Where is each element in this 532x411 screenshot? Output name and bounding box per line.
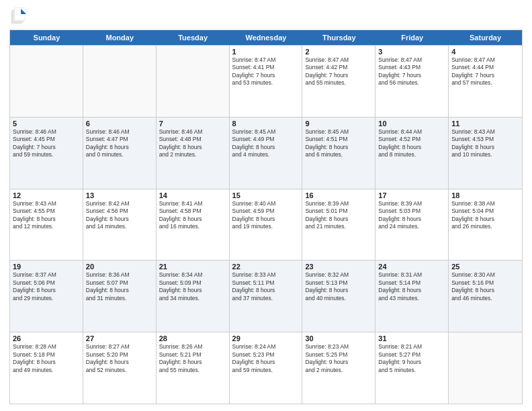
day-info: Sunrise: 8:47 AM Sunset: 4:44 PM Dayligh…: [451, 56, 519, 87]
calendar-cell: 11Sunrise: 8:43 AM Sunset: 4:53 PM Dayli…: [449, 118, 522, 189]
day-info: Sunrise: 8:32 AM Sunset: 5:13 PM Dayligh…: [305, 271, 372, 302]
day-number: 15: [232, 191, 300, 199]
calendar-cell: 15Sunrise: 8:40 AM Sunset: 4:59 PM Dayli…: [230, 189, 303, 261]
day-info: Sunrise: 8:47 AM Sunset: 4:42 PM Dayligh…: [305, 56, 372, 87]
day-info: Sunrise: 8:31 AM Sunset: 5:14 PM Dayligh…: [378, 271, 445, 302]
day-info: Sunrise: 8:37 AM Sunset: 5:06 PM Dayligh…: [13, 271, 80, 302]
day-info: Sunrise: 8:30 AM Sunset: 5:16 PM Dayligh…: [451, 271, 519, 302]
day-number: 30: [305, 334, 372, 342]
day-number: 26: [13, 334, 80, 342]
day-info: Sunrise: 8:43 AM Sunset: 4:53 PM Dayligh…: [451, 128, 519, 159]
calendar-week: 1Sunrise: 8:47 AM Sunset: 4:41 PM Daylig…: [10, 45, 522, 117]
day-number: 18: [451, 191, 519, 199]
day-number: 2: [305, 48, 372, 56]
calendar-week: 5Sunrise: 8:46 AM Sunset: 4:45 PM Daylig…: [10, 117, 522, 189]
day-number: 21: [159, 263, 226, 271]
calendar-cell: 6Sunrise: 8:46 AM Sunset: 4:47 PM Daylig…: [83, 118, 157, 189]
day-number: 6: [86, 120, 153, 128]
calendar-cell: 29Sunrise: 8:24 AM Sunset: 5:23 PM Dayli…: [230, 332, 303, 404]
calendar-cell: 13Sunrise: 8:42 AM Sunset: 4:56 PM Dayli…: [83, 189, 157, 261]
day-info: Sunrise: 8:24 AM Sunset: 5:23 PM Dayligh…: [232, 343, 300, 374]
day-number: 8: [232, 120, 300, 128]
calendar-cell: 7Sunrise: 8:46 AM Sunset: 4:48 PM Daylig…: [157, 118, 230, 189]
calendar-cell: 10Sunrise: 8:44 AM Sunset: 4:52 PM Dayli…: [375, 118, 449, 189]
day-info: Sunrise: 8:47 AM Sunset: 4:41 PM Dayligh…: [232, 56, 300, 87]
calendar-cell: 12Sunrise: 8:43 AM Sunset: 4:55 PM Dayli…: [10, 189, 83, 261]
day-number: 31: [378, 334, 445, 342]
calendar-cell: 16Sunrise: 8:39 AM Sunset: 5:01 PM Dayli…: [302, 189, 375, 261]
calendar-week: 26Sunrise: 8:28 AM Sunset: 5:18 PM Dayli…: [10, 332, 522, 404]
day-info: Sunrise: 8:34 AM Sunset: 5:09 PM Dayligh…: [159, 271, 226, 302]
weekday-header: Saturday: [449, 30, 522, 45]
logo: [9, 7, 31, 26]
day-number: 17: [378, 191, 445, 199]
calendar-cell: 25Sunrise: 8:30 AM Sunset: 5:16 PM Dayli…: [449, 261, 522, 332]
weekday-header: Monday: [83, 30, 157, 45]
calendar-week: 19Sunrise: 8:37 AM Sunset: 5:06 PM Dayli…: [10, 260, 522, 332]
day-info: Sunrise: 8:46 AM Sunset: 4:47 PM Dayligh…: [86, 128, 153, 159]
calendar-cell: 14Sunrise: 8:41 AM Sunset: 4:58 PM Dayli…: [157, 189, 230, 261]
day-number: 16: [305, 191, 372, 199]
weekday-header: Friday: [375, 30, 449, 45]
weekday-header: Wednesday: [230, 30, 303, 45]
day-info: Sunrise: 8:39 AM Sunset: 5:01 PM Dayligh…: [305, 200, 372, 231]
calendar-header: SundayMondayTuesdayWednesdayThursdayFrid…: [10, 30, 522, 45]
calendar-cell: 26Sunrise: 8:28 AM Sunset: 5:18 PM Dayli…: [10, 332, 83, 404]
calendar: SundayMondayTuesdayWednesdayThursdayFrid…: [9, 30, 523, 404]
day-number: 9: [305, 120, 372, 128]
calendar-cell: [10, 46, 83, 117]
day-info: Sunrise: 8:27 AM Sunset: 5:20 PM Dayligh…: [86, 343, 153, 374]
calendar-cell: 9Sunrise: 8:45 AM Sunset: 4:51 PM Daylig…: [302, 118, 375, 189]
day-info: Sunrise: 8:46 AM Sunset: 4:48 PM Dayligh…: [159, 128, 226, 159]
day-number: 22: [232, 263, 300, 271]
day-info: Sunrise: 8:39 AM Sunset: 5:03 PM Dayligh…: [378, 200, 445, 231]
day-number: 3: [378, 48, 445, 56]
calendar-cell: 3Sunrise: 8:47 AM Sunset: 4:43 PM Daylig…: [375, 46, 449, 117]
day-number: 29: [232, 334, 300, 342]
day-info: Sunrise: 8:38 AM Sunset: 5:04 PM Dayligh…: [451, 200, 519, 231]
calendar-cell: [157, 46, 230, 117]
calendar-cell: 5Sunrise: 8:46 AM Sunset: 4:45 PM Daylig…: [10, 118, 83, 189]
weekday-header: Sunday: [10, 30, 83, 45]
calendar-cell: 2Sunrise: 8:47 AM Sunset: 4:42 PM Daylig…: [302, 46, 375, 117]
day-info: Sunrise: 8:45 AM Sunset: 4:51 PM Dayligh…: [305, 128, 372, 159]
day-info: Sunrise: 8:40 AM Sunset: 4:59 PM Dayligh…: [232, 200, 300, 231]
calendar-cell: 18Sunrise: 8:38 AM Sunset: 5:04 PM Dayli…: [449, 189, 522, 261]
day-number: 20: [86, 263, 153, 271]
day-number: 24: [378, 263, 445, 271]
logo-icon: [9, 7, 28, 26]
day-info: Sunrise: 8:33 AM Sunset: 5:11 PM Dayligh…: [232, 271, 300, 302]
day-number: 7: [159, 120, 226, 128]
calendar-cell: 27Sunrise: 8:27 AM Sunset: 5:20 PM Dayli…: [83, 332, 157, 404]
calendar-week: 12Sunrise: 8:43 AM Sunset: 4:55 PM Dayli…: [10, 189, 522, 261]
day-number: 19: [13, 263, 80, 271]
calendar-cell: 8Sunrise: 8:45 AM Sunset: 4:49 PM Daylig…: [230, 118, 303, 189]
day-info: Sunrise: 8:43 AM Sunset: 4:55 PM Dayligh…: [13, 200, 80, 231]
calendar-cell: [83, 46, 157, 117]
day-number: 10: [378, 120, 445, 128]
day-info: Sunrise: 8:23 AM Sunset: 5:25 PM Dayligh…: [305, 343, 372, 374]
calendar-cell: 22Sunrise: 8:33 AM Sunset: 5:11 PM Dayli…: [230, 261, 303, 332]
day-number: 25: [451, 263, 519, 271]
day-number: 11: [451, 120, 519, 128]
day-info: Sunrise: 8:44 AM Sunset: 4:52 PM Dayligh…: [378, 128, 445, 159]
calendar-cell: 17Sunrise: 8:39 AM Sunset: 5:03 PM Dayli…: [375, 189, 449, 261]
day-number: 14: [159, 191, 226, 199]
weekday-header: Thursday: [302, 30, 375, 45]
day-number: 27: [86, 334, 153, 342]
day-number: 23: [305, 263, 372, 271]
calendar-cell: 30Sunrise: 8:23 AM Sunset: 5:25 PM Dayli…: [302, 332, 375, 404]
calendar-cell: 19Sunrise: 8:37 AM Sunset: 5:06 PM Dayli…: [10, 261, 83, 332]
day-info: Sunrise: 8:36 AM Sunset: 5:07 PM Dayligh…: [86, 271, 153, 302]
calendar-cell: 21Sunrise: 8:34 AM Sunset: 5:09 PM Dayli…: [157, 261, 230, 332]
calendar-cell: 24Sunrise: 8:31 AM Sunset: 5:14 PM Dayli…: [375, 261, 449, 332]
day-info: Sunrise: 8:41 AM Sunset: 4:58 PM Dayligh…: [159, 200, 226, 231]
day-info: Sunrise: 8:46 AM Sunset: 4:45 PM Dayligh…: [13, 128, 80, 159]
day-info: Sunrise: 8:42 AM Sunset: 4:56 PM Dayligh…: [86, 200, 153, 231]
calendar-cell: 20Sunrise: 8:36 AM Sunset: 5:07 PM Dayli…: [83, 261, 157, 332]
day-info: Sunrise: 8:21 AM Sunset: 5:27 PM Dayligh…: [378, 343, 445, 374]
weekday-header: Tuesday: [157, 30, 230, 45]
day-number: 12: [13, 191, 80, 199]
calendar-body: 1Sunrise: 8:47 AM Sunset: 4:41 PM Daylig…: [10, 45, 522, 404]
day-number: 4: [451, 48, 519, 56]
